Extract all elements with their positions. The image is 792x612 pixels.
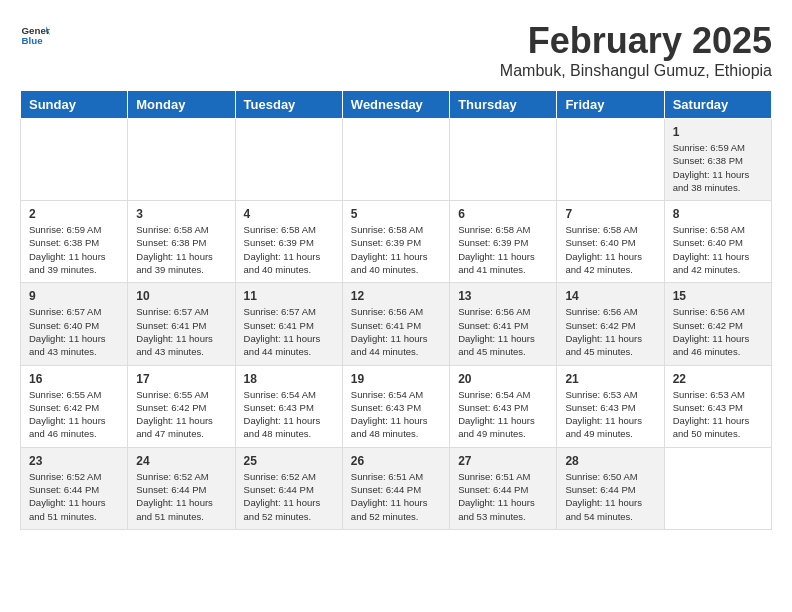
cell-content: Sunrise: 6:54 AM Sunset: 6:43 PM Dayligh… xyxy=(244,388,334,441)
table-row: 17Sunrise: 6:55 AM Sunset: 6:42 PM Dayli… xyxy=(128,365,235,447)
table-row: 8Sunrise: 6:58 AM Sunset: 6:40 PM Daylig… xyxy=(664,201,771,283)
day-number: 16 xyxy=(29,372,119,386)
cell-content: Sunrise: 6:57 AM Sunset: 6:41 PM Dayligh… xyxy=(136,305,226,358)
table-row: 11Sunrise: 6:57 AM Sunset: 6:41 PM Dayli… xyxy=(235,283,342,365)
day-number: 5 xyxy=(351,207,441,221)
calendar-week-4: 23Sunrise: 6:52 AM Sunset: 6:44 PM Dayli… xyxy=(21,447,772,529)
col-saturday: Saturday xyxy=(664,91,771,119)
table-row: 12Sunrise: 6:56 AM Sunset: 6:41 PM Dayli… xyxy=(342,283,449,365)
cell-content: Sunrise: 6:50 AM Sunset: 6:44 PM Dayligh… xyxy=(565,470,655,523)
col-friday: Friday xyxy=(557,91,664,119)
table-row xyxy=(128,119,235,201)
table-row xyxy=(235,119,342,201)
day-number: 15 xyxy=(673,289,763,303)
page-subtitle: Mambuk, Binshangul Gumuz, Ethiopia xyxy=(500,62,772,80)
cell-content: Sunrise: 6:53 AM Sunset: 6:43 PM Dayligh… xyxy=(673,388,763,441)
logo-icon: General Blue xyxy=(20,20,50,50)
table-row: 3Sunrise: 6:58 AM Sunset: 6:38 PM Daylig… xyxy=(128,201,235,283)
cell-content: Sunrise: 6:57 AM Sunset: 6:40 PM Dayligh… xyxy=(29,305,119,358)
cell-content: Sunrise: 6:56 AM Sunset: 6:41 PM Dayligh… xyxy=(351,305,441,358)
table-row: 28Sunrise: 6:50 AM Sunset: 6:44 PM Dayli… xyxy=(557,447,664,529)
day-number: 10 xyxy=(136,289,226,303)
col-tuesday: Tuesday xyxy=(235,91,342,119)
table-row: 20Sunrise: 6:54 AM Sunset: 6:43 PM Dayli… xyxy=(450,365,557,447)
page-header: General Blue February 2025 Mambuk, Binsh… xyxy=(20,20,772,80)
svg-text:General: General xyxy=(22,25,51,36)
table-row: 19Sunrise: 6:54 AM Sunset: 6:43 PM Dayli… xyxy=(342,365,449,447)
cell-content: Sunrise: 6:56 AM Sunset: 6:42 PM Dayligh… xyxy=(673,305,763,358)
col-monday: Monday xyxy=(128,91,235,119)
cell-content: Sunrise: 6:52 AM Sunset: 6:44 PM Dayligh… xyxy=(29,470,119,523)
cell-content: Sunrise: 6:51 AM Sunset: 6:44 PM Dayligh… xyxy=(351,470,441,523)
cell-content: Sunrise: 6:57 AM Sunset: 6:41 PM Dayligh… xyxy=(244,305,334,358)
svg-text:Blue: Blue xyxy=(22,35,44,46)
table-row: 10Sunrise: 6:57 AM Sunset: 6:41 PM Dayli… xyxy=(128,283,235,365)
table-row: 4Sunrise: 6:58 AM Sunset: 6:39 PM Daylig… xyxy=(235,201,342,283)
calendar-week-2: 9Sunrise: 6:57 AM Sunset: 6:40 PM Daylig… xyxy=(21,283,772,365)
table-row: 5Sunrise: 6:58 AM Sunset: 6:39 PM Daylig… xyxy=(342,201,449,283)
day-number: 12 xyxy=(351,289,441,303)
cell-content: Sunrise: 6:58 AM Sunset: 6:39 PM Dayligh… xyxy=(351,223,441,276)
table-row: 7Sunrise: 6:58 AM Sunset: 6:40 PM Daylig… xyxy=(557,201,664,283)
calendar-week-1: 2Sunrise: 6:59 AM Sunset: 6:38 PM Daylig… xyxy=(21,201,772,283)
cell-content: Sunrise: 6:55 AM Sunset: 6:42 PM Dayligh… xyxy=(136,388,226,441)
day-number: 4 xyxy=(244,207,334,221)
day-number: 23 xyxy=(29,454,119,468)
cell-content: Sunrise: 6:58 AM Sunset: 6:39 PM Dayligh… xyxy=(458,223,548,276)
table-row: 1Sunrise: 6:59 AM Sunset: 6:38 PM Daylig… xyxy=(664,119,771,201)
day-number: 8 xyxy=(673,207,763,221)
table-row xyxy=(450,119,557,201)
table-row xyxy=(557,119,664,201)
table-row: 16Sunrise: 6:55 AM Sunset: 6:42 PM Dayli… xyxy=(21,365,128,447)
title-section: February 2025 Mambuk, Binshangul Gumuz, … xyxy=(500,20,772,80)
cell-content: Sunrise: 6:59 AM Sunset: 6:38 PM Dayligh… xyxy=(673,141,763,194)
cell-content: Sunrise: 6:56 AM Sunset: 6:42 PM Dayligh… xyxy=(565,305,655,358)
day-number: 6 xyxy=(458,207,548,221)
day-number: 21 xyxy=(565,372,655,386)
col-wednesday: Wednesday xyxy=(342,91,449,119)
table-row: 13Sunrise: 6:56 AM Sunset: 6:41 PM Dayli… xyxy=(450,283,557,365)
cell-content: Sunrise: 6:58 AM Sunset: 6:40 PM Dayligh… xyxy=(565,223,655,276)
table-row: 9Sunrise: 6:57 AM Sunset: 6:40 PM Daylig… xyxy=(21,283,128,365)
cell-content: Sunrise: 6:54 AM Sunset: 6:43 PM Dayligh… xyxy=(458,388,548,441)
table-row: 15Sunrise: 6:56 AM Sunset: 6:42 PM Dayli… xyxy=(664,283,771,365)
cell-content: Sunrise: 6:58 AM Sunset: 6:38 PM Dayligh… xyxy=(136,223,226,276)
calendar-week-0: 1Sunrise: 6:59 AM Sunset: 6:38 PM Daylig… xyxy=(21,119,772,201)
table-row: 23Sunrise: 6:52 AM Sunset: 6:44 PM Dayli… xyxy=(21,447,128,529)
table-row: 27Sunrise: 6:51 AM Sunset: 6:44 PM Dayli… xyxy=(450,447,557,529)
day-number: 7 xyxy=(565,207,655,221)
day-number: 11 xyxy=(244,289,334,303)
day-number: 27 xyxy=(458,454,548,468)
page-title: February 2025 xyxy=(500,20,772,62)
cell-content: Sunrise: 6:56 AM Sunset: 6:41 PM Dayligh… xyxy=(458,305,548,358)
day-number: 14 xyxy=(565,289,655,303)
cell-content: Sunrise: 6:51 AM Sunset: 6:44 PM Dayligh… xyxy=(458,470,548,523)
day-number: 25 xyxy=(244,454,334,468)
cell-content: Sunrise: 6:58 AM Sunset: 6:40 PM Dayligh… xyxy=(673,223,763,276)
table-row: 21Sunrise: 6:53 AM Sunset: 6:43 PM Dayli… xyxy=(557,365,664,447)
table-row xyxy=(21,119,128,201)
day-number: 1 xyxy=(673,125,763,139)
cell-content: Sunrise: 6:53 AM Sunset: 6:43 PM Dayligh… xyxy=(565,388,655,441)
calendar-header-row: Sunday Monday Tuesday Wednesday Thursday… xyxy=(21,91,772,119)
table-row xyxy=(342,119,449,201)
day-number: 26 xyxy=(351,454,441,468)
table-row xyxy=(664,447,771,529)
col-thursday: Thursday xyxy=(450,91,557,119)
cell-content: Sunrise: 6:52 AM Sunset: 6:44 PM Dayligh… xyxy=(244,470,334,523)
table-row: 14Sunrise: 6:56 AM Sunset: 6:42 PM Dayli… xyxy=(557,283,664,365)
day-number: 24 xyxy=(136,454,226,468)
day-number: 22 xyxy=(673,372,763,386)
col-sunday: Sunday xyxy=(21,91,128,119)
table-row: 24Sunrise: 6:52 AM Sunset: 6:44 PM Dayli… xyxy=(128,447,235,529)
cell-content: Sunrise: 6:55 AM Sunset: 6:42 PM Dayligh… xyxy=(29,388,119,441)
table-row: 26Sunrise: 6:51 AM Sunset: 6:44 PM Dayli… xyxy=(342,447,449,529)
table-row: 6Sunrise: 6:58 AM Sunset: 6:39 PM Daylig… xyxy=(450,201,557,283)
cell-content: Sunrise: 6:52 AM Sunset: 6:44 PM Dayligh… xyxy=(136,470,226,523)
logo: General Blue xyxy=(20,20,50,50)
table-row: 22Sunrise: 6:53 AM Sunset: 6:43 PM Dayli… xyxy=(664,365,771,447)
cell-content: Sunrise: 6:59 AM Sunset: 6:38 PM Dayligh… xyxy=(29,223,119,276)
day-number: 20 xyxy=(458,372,548,386)
day-number: 19 xyxy=(351,372,441,386)
table-row: 18Sunrise: 6:54 AM Sunset: 6:43 PM Dayli… xyxy=(235,365,342,447)
